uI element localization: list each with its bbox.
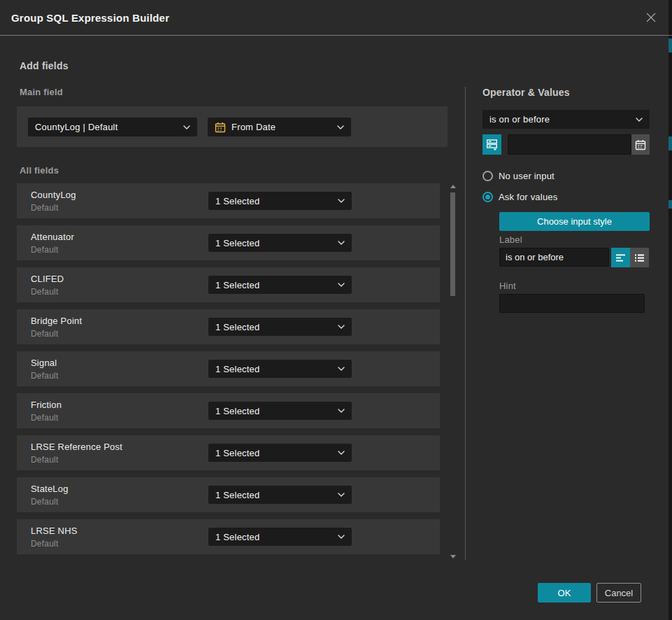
field-selection-dropdown[interactable]: 1 Selected xyxy=(208,234,352,252)
main-layer-dropdown[interactable]: CountyLog | Default xyxy=(28,118,197,136)
calendar-icon xyxy=(635,139,646,150)
chevron-down-icon xyxy=(338,283,345,287)
close-x-glyph xyxy=(645,12,657,23)
field-selection-dropdown[interactable]: 1 Selected xyxy=(208,318,352,336)
ok-button[interactable]: OK xyxy=(538,583,591,603)
field-row: Signal Default 1 Selected xyxy=(17,351,440,386)
main-field-label: Main field xyxy=(20,87,63,97)
field-selection-value: 1 Selected xyxy=(215,532,334,542)
chevron-down-icon xyxy=(338,199,345,203)
field-name: Friction xyxy=(31,400,62,410)
label-style-toggle xyxy=(611,248,649,267)
all-fields-label: All fields xyxy=(20,165,59,176)
field-selection-dropdown[interactable]: 1 Selected xyxy=(208,444,352,462)
field-selection-value: 1 Selected xyxy=(215,196,334,206)
field-subtitle: Default xyxy=(31,203,58,213)
label-input[interactable] xyxy=(499,248,609,267)
cancel-button[interactable]: Cancel xyxy=(596,583,641,603)
hint-caption: Hint xyxy=(499,281,516,291)
main-layer-dropdown-value: CountyLog | Default xyxy=(35,122,179,132)
radio-ask-for-values[interactable]: Ask for values xyxy=(482,192,557,202)
field-subtitle: Default xyxy=(31,245,58,255)
field-row: Bridge Point Default 1 Selected xyxy=(17,309,440,344)
field-selection-dropdown[interactable]: 1 Selected xyxy=(208,486,352,504)
field-selection-dropdown[interactable]: 1 Selected xyxy=(208,402,352,420)
scrollbar-up-arrow-icon[interactable] xyxy=(450,185,456,188)
operator-dropdown[interactable]: is on or before xyxy=(482,110,650,129)
field-row: LRSE NHS Default 1 Selected xyxy=(17,519,440,554)
panel-divider xyxy=(465,87,466,560)
main-field-dropdown[interactable]: From Date xyxy=(208,118,351,136)
field-row: LRSE Reference Post Default 1 Selected xyxy=(17,435,440,470)
label-caption: Label xyxy=(499,234,522,245)
align-left-icon[interactable] xyxy=(611,248,630,267)
radio-no-user-input[interactable]: No user input xyxy=(482,171,555,181)
value-input-row xyxy=(482,134,650,155)
chevron-down-icon xyxy=(337,125,344,129)
screen: Group SQL Expression Builder Add fields … xyxy=(0,0,672,620)
field-selection-value: 1 Selected xyxy=(215,322,334,332)
calendar-picker-button[interactable] xyxy=(631,134,650,155)
field-selection-value: 1 Selected xyxy=(215,448,334,458)
value-source-icon[interactable] xyxy=(482,134,501,155)
stacked-values-icon xyxy=(486,139,498,151)
dialog-header: Group SQL Expression Builder xyxy=(0,0,669,36)
field-name: StateLog xyxy=(31,484,69,494)
field-selection-value: 1 Selected xyxy=(215,364,334,374)
fields-scrollbar xyxy=(450,183,455,560)
chevron-down-icon xyxy=(338,241,345,245)
field-selection-value: 1 Selected xyxy=(215,238,334,248)
field-selection-value: 1 Selected xyxy=(215,280,334,290)
radio-circle-selected xyxy=(482,192,493,202)
field-name: LRSE NHS xyxy=(31,526,78,536)
field-name: CLIFED xyxy=(31,274,64,284)
main-field-dropdown-value: From Date xyxy=(231,122,333,132)
field-row: Attenuator Default 1 Selected xyxy=(17,225,440,260)
scrollbar-thumb[interactable] xyxy=(450,192,455,296)
field-row: Friction Default 1 Selected xyxy=(17,393,440,428)
field-row: StateLog Default 1 Selected xyxy=(17,477,440,512)
operator-dropdown-value: is on or before xyxy=(489,114,631,125)
scrollbar-down-arrow-icon[interactable] xyxy=(450,555,456,558)
field-selection-dropdown[interactable]: 1 Selected xyxy=(208,528,352,546)
hint-input[interactable] xyxy=(499,294,645,313)
field-name: Attenuator xyxy=(31,232,74,242)
calendar-icon xyxy=(215,122,226,133)
field-subtitle: Default xyxy=(31,413,58,423)
background-fragment xyxy=(669,35,672,36)
field-subtitle: Default xyxy=(31,371,58,381)
bulleted-list-icon[interactable] xyxy=(630,248,649,267)
field-selection-value: 1 Selected xyxy=(215,490,334,500)
chevron-down-icon xyxy=(338,409,345,413)
main-field-panel: CountyLog | Default From Date xyxy=(17,106,448,147)
operator-values-panel: Operator & Values is on or before No use… xyxy=(482,87,650,98)
chevron-down-icon xyxy=(338,325,345,329)
background-page-strip xyxy=(669,0,672,620)
field-selection-dropdown[interactable]: 1 Selected xyxy=(208,276,352,294)
field-name: Signal xyxy=(31,358,57,368)
field-subtitle: Default xyxy=(31,287,58,297)
field-name: LRSE Reference Post xyxy=(31,442,122,452)
field-selection-dropdown[interactable]: 1 Selected xyxy=(208,360,352,378)
field-subtitle: Default xyxy=(31,329,58,339)
radio-circle-unselected xyxy=(482,171,493,181)
date-value-input[interactable] xyxy=(508,134,631,155)
radio-label: Ask for values xyxy=(499,192,557,202)
field-row: CountyLog Default 1 Selected xyxy=(17,183,440,218)
operator-values-title: Operator & Values xyxy=(482,87,650,98)
field-selection-dropdown[interactable]: 1 Selected xyxy=(208,192,352,210)
background-fragment xyxy=(669,38,672,52)
chevron-down-icon xyxy=(338,493,345,497)
field-name: CountyLog xyxy=(31,190,76,200)
choose-input-style-button[interactable]: Choose input style xyxy=(499,212,650,231)
field-subtitle: Default xyxy=(31,497,58,507)
background-fragment xyxy=(669,136,672,150)
field-selection-value: 1 Selected xyxy=(215,406,334,416)
field-row: CLIFED Default 1 Selected xyxy=(17,267,440,302)
close-icon[interactable] xyxy=(643,9,659,26)
page-title: Add fields xyxy=(20,60,69,71)
background-fragment xyxy=(669,200,672,209)
chevron-down-icon xyxy=(338,535,345,539)
field-name: Bridge Point xyxy=(31,316,82,326)
field-subtitle: Default xyxy=(31,455,58,465)
